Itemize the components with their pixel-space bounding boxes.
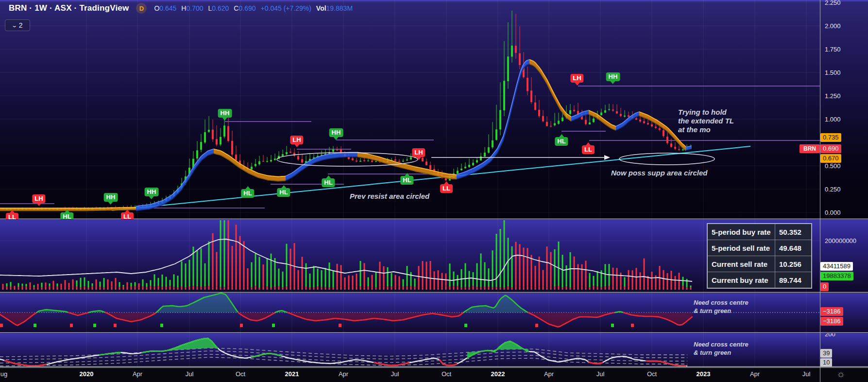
- osc2-scale-top: 200: [825, 333, 835, 339]
- price-axis-tick: 1.500: [825, 69, 841, 76]
- time-axis-label[interactable]: ug: [0, 370, 7, 378]
- swing-label-pointer: [405, 173, 409, 176]
- rate-value: 10.256: [775, 256, 812, 272]
- swing-label-hl: HL: [322, 178, 335, 187]
- chart-legend: BRN · 1W · ASX · TradingView D O0.645 H0…: [9, 3, 353, 14]
- swing-label-pointer: [65, 209, 69, 212]
- swing-label-pointer: [36, 203, 41, 206]
- osc2-value-badge: 39: [820, 349, 832, 358]
- interval-badge[interactable]: D: [136, 3, 147, 14]
- alert-level-badge-lower: 0.670: [820, 154, 841, 163]
- rate-value: 49.648: [775, 240, 812, 256]
- indicator-count: 2: [19, 21, 23, 29]
- rate-label: 5-period buy rate: [707, 224, 775, 240]
- swing-label-ll: LL: [582, 145, 595, 154]
- last-price-badge: 0.690: [820, 144, 841, 153]
- swing-label-hh: HH: [145, 188, 159, 196]
- price-axis-tick: 1.750: [825, 46, 841, 53]
- ohlc-values: O0.645 H0.700 L0.620 C0.690 +0.045 (+7.2…: [154, 4, 353, 12]
- timezone-settings-icon[interactable]: ☼: [836, 368, 845, 380]
- swing-label-hh: HH: [218, 109, 232, 118]
- swing-label-pointer: [416, 157, 421, 160]
- swing-label-lh: LH: [290, 136, 303, 144]
- price-axis-tick: 0.000: [825, 209, 841, 216]
- swing-label-pointer: [10, 210, 15, 213]
- swing-label-pointer: [559, 134, 564, 137]
- swing-label-pointer: [245, 186, 250, 189]
- volume-value-badge: 43411589: [820, 262, 853, 271]
- time-axis-label[interactable]: Oct: [647, 370, 657, 378]
- time-axis-label[interactable]: Apr: [544, 370, 554, 378]
- open-value: 0.645: [159, 4, 176, 12]
- time-axis-label[interactable]: Oct: [442, 370, 451, 378]
- rate-table-row: 5-period sell rate49.648: [707, 240, 812, 256]
- volume-value-badge: 19883378: [820, 272, 853, 280]
- symbol-title[interactable]: BRN · 1W · ASX · TradingView: [9, 3, 129, 13]
- volume-label: Vol: [316, 4, 326, 12]
- time-axis-label[interactable]: Jul: [596, 370, 605, 378]
- time-axis-label[interactable]: Apr: [750, 370, 760, 378]
- swing-label-hl: HL: [241, 189, 254, 198]
- rate-value: 50.352: [775, 224, 812, 240]
- swing-label-ll: LL: [121, 212, 134, 219]
- rate-label: Current buy rate: [707, 272, 775, 289]
- annotation-text-0: Trying to holdthe extended TLat the mo: [678, 108, 734, 134]
- swing-label-pointer: [294, 144, 299, 147]
- chevron-down-icon: ⌄: [12, 22, 18, 29]
- high-value: 0.700: [186, 4, 203, 12]
- open-label: O: [154, 4, 159, 12]
- swing-label-pointer: [334, 137, 339, 140]
- close-label: C: [234, 4, 238, 12]
- price-axis-tick: 2.000: [825, 22, 841, 30]
- osc2-value-badge: 10: [820, 358, 832, 367]
- swing-label-lh: LH: [412, 148, 425, 157]
- swing-label-hl: HL: [400, 176, 413, 185]
- swing-label-lh: LH: [32, 194, 45, 203]
- time-axis-background: [0, 367, 868, 382]
- swing-label-ll: LL: [440, 184, 453, 193]
- time-axis-label[interactable]: 2022: [491, 370, 505, 378]
- swing-label-pointer: [222, 118, 227, 121]
- volume-value-badge: 0: [820, 282, 829, 291]
- legend-collapse-button[interactable]: ⌄ 2: [5, 19, 30, 31]
- rate-label: Current sell rate: [707, 256, 775, 272]
- volume-value: 19.883M: [326, 4, 353, 12]
- swing-label-pointer: [281, 185, 286, 188]
- rate-value: 89.744: [775, 272, 812, 289]
- swing-label-pointer: [611, 81, 615, 84]
- time-axis-label[interactable]: Jul: [802, 370, 811, 378]
- price-axis-tick: 2.250: [825, 0, 841, 6]
- high-label: H: [181, 4, 186, 12]
- price-axis-tick: 0.500: [825, 162, 841, 170]
- time-axis-label[interactable]: 2020: [80, 370, 94, 378]
- tradingview-chart-window: LHHHHHHHLHHHLHLHHHHLHLHLHLLLHLLLLLHLLLTr…: [0, 0, 868, 382]
- time-axis-label[interactable]: Jul: [186, 370, 194, 378]
- rate-label: 5-period sell rate: [707, 240, 775, 256]
- symbol-price-tag: BRN: [800, 144, 820, 153]
- time-axis-label[interactable]: 2021: [285, 370, 299, 378]
- price-axis-tick: 0.250: [825, 186, 841, 193]
- swing-label-pointer: [108, 202, 113, 205]
- time-axis-label[interactable]: Apr: [133, 370, 142, 378]
- time-axis-label[interactable]: 2023: [697, 370, 711, 378]
- annotation-text-2: Prev resist area circled: [350, 192, 429, 201]
- volume-scale-label: 200000000: [825, 237, 856, 244]
- close-value: 0.690: [238, 4, 255, 12]
- osc1-value-badge: −3186: [820, 317, 843, 326]
- osc1-value-badge: −3186: [820, 307, 843, 316]
- low-value: 0.620: [212, 4, 229, 12]
- time-axis-label[interactable]: Jul: [391, 370, 399, 378]
- time-axis-label[interactable]: Oct: [236, 370, 245, 378]
- swing-label-pointer: [149, 196, 154, 199]
- swing-label-hl: HL: [277, 188, 290, 197]
- swing-label-pointer: [586, 142, 591, 145]
- alert-level-badge-upper: 0.735: [820, 133, 841, 142]
- price-pane-overlay: LHHHHHHHLHHHLHLHHHHLHLHLHLLLHLLLLLHLLLTr…: [0, 0, 820, 219]
- swing-label-hl: HL: [555, 137, 568, 146]
- time-axis-label[interactable]: Apr: [339, 370, 348, 378]
- swing-label-hl: HL: [60, 212, 73, 219]
- swing-label-pointer: [575, 83, 579, 86]
- swing-label-pointer: [444, 181, 449, 184]
- swing-label-hh: HH: [329, 128, 343, 137]
- rate-table-row: Current buy rate89.744: [707, 272, 812, 289]
